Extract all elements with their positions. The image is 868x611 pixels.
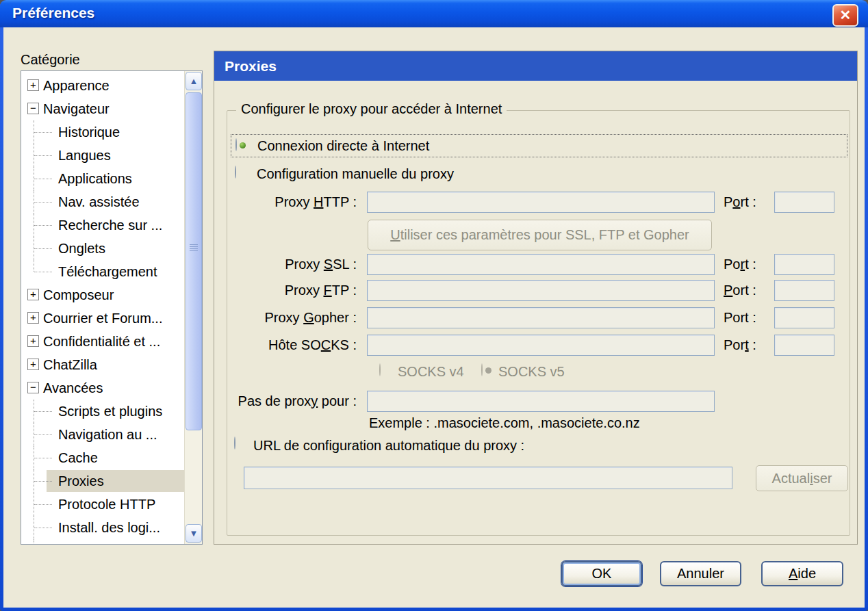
tree-item-label[interactable]: Composeur xyxy=(43,283,114,307)
scroll-up-icon[interactable]: ▲ xyxy=(186,72,202,90)
tree-item-label[interactable]: Protocole HTTP xyxy=(58,493,155,516)
socks-v4-label: SOCKS v4 xyxy=(398,361,464,382)
tree-item-langues[interactable]: Langues xyxy=(22,144,184,167)
no-proxy-input[interactable] xyxy=(367,391,715,412)
tree-item-label[interactable]: ChatZilla xyxy=(43,353,97,376)
tree-item-label[interactable]: Historique xyxy=(58,120,120,144)
tree-item-navigateur[interactable]: −Navigateur xyxy=(22,97,184,120)
preferences-dialog: Préférences ✕ Catégorie ▲ ▼ +Apparence−N… xyxy=(0,0,868,611)
auto-config-url-input[interactable] xyxy=(244,467,732,489)
tree-item-applications[interactable]: Applications xyxy=(22,167,184,190)
expand-icon[interactable]: + xyxy=(27,312,39,324)
cancel-button[interactable]: Annuler xyxy=(660,561,741,586)
radio-direct-label[interactable]: Connexion directe à Internet xyxy=(257,135,429,157)
port-ssl-input[interactable] xyxy=(774,254,834,275)
tree-item-label[interactable]: Applications xyxy=(58,167,132,190)
tree-connector-stub xyxy=(34,179,52,179)
tree-item-souris[interactable]: Souris xyxy=(22,539,184,545)
port-ssl-label: Port : xyxy=(724,254,756,275)
socks-host-input[interactable] xyxy=(367,335,715,356)
expand-icon[interactable]: + xyxy=(27,359,39,370)
tree-item-label[interactable]: Nav. assistée xyxy=(58,190,140,213)
tree-item-composeur[interactable]: +Composeur xyxy=(22,283,184,307)
radio-socks-v4[interactable] xyxy=(379,363,381,376)
tree-item-label[interactable]: Cache xyxy=(58,446,98,469)
tree-item-proxies[interactable]: Proxies xyxy=(22,469,184,493)
window-title: Préférences xyxy=(12,5,94,21)
proxy-ftp-label: Proxy FTP : xyxy=(233,280,357,301)
socks-v5-label: SOCKS v5 xyxy=(498,361,565,382)
tree-item-courrier-et-forum[interactable]: +Courrier et Forum... xyxy=(22,307,184,330)
tree-item-label[interactable]: Souris xyxy=(58,539,97,545)
close-icon[interactable]: ✕ xyxy=(832,4,858,27)
port-socks-label: Port : xyxy=(724,335,756,356)
tree-connector-stub xyxy=(34,458,52,458)
tree-item-label[interactable]: Install. des logi... xyxy=(58,516,160,539)
tree-item-label[interactable]: Langues xyxy=(58,144,111,167)
tree-item-onglets[interactable]: Onglets xyxy=(22,237,184,260)
proxy-ftp-input[interactable] xyxy=(367,280,715,301)
tree-item-label[interactable]: Scripts et plugins xyxy=(58,400,162,423)
radio-manual-row[interactable]: Configuration manuelle du proxy xyxy=(231,163,847,185)
scrollbar-thumb[interactable] xyxy=(186,92,202,430)
scroll-down-icon[interactable]: ▼ xyxy=(186,524,202,543)
tree-item-nav-assist-e[interactable]: Nav. assistée xyxy=(22,190,184,213)
tree-item-chatzilla[interactable]: +ChatZilla xyxy=(22,353,184,376)
tree-item-label[interactable]: Onglets xyxy=(58,237,105,260)
radio-manual-config[interactable] xyxy=(235,166,236,179)
tree-item-install-des-logi[interactable]: Install. des logi... xyxy=(22,516,184,539)
radio-direct-connection[interactable] xyxy=(235,138,237,151)
port-http-input[interactable] xyxy=(774,192,834,213)
expand-icon[interactable]: + xyxy=(27,79,39,91)
tree-item-t-l-chargement[interactable]: Téléchargement xyxy=(22,260,184,283)
port-socks-input[interactable] xyxy=(774,335,834,356)
proxy-gopher-input[interactable] xyxy=(367,307,715,328)
tree-item-label[interactable]: Proxies xyxy=(58,469,104,493)
expand-icon[interactable]: + xyxy=(27,289,39,300)
help-button[interactable]: Aide xyxy=(761,561,843,586)
tree-item-cache[interactable]: Cache xyxy=(22,446,184,469)
tree-item-label[interactable]: Avancées xyxy=(43,376,103,400)
tree-connector-stub xyxy=(34,225,52,226)
radio-manual-label[interactable]: Configuration manuelle du proxy xyxy=(257,163,454,185)
tree-item-label[interactable]: Courrier et Forum... xyxy=(43,307,162,330)
tree-item-label[interactable]: Confidentialité et ... xyxy=(43,330,160,353)
no-proxy-label: Pas de proxy pour : xyxy=(233,391,357,412)
titlebar[interactable]: Préférences ✕ xyxy=(0,0,868,27)
tree-item-avanc-es[interactable]: −Avancées xyxy=(22,376,184,400)
tree-item-confidentialit-et[interactable]: +Confidentialité et ... xyxy=(22,330,184,353)
radio-socks-v5[interactable] xyxy=(481,363,483,376)
tree-item-protocole-http[interactable]: Protocole HTTP xyxy=(22,493,184,516)
tree-scrollbar[interactable]: ▲ ▼ xyxy=(184,71,202,544)
reload-button[interactable]: Actualiser xyxy=(756,465,848,491)
tree-item-recherche-sur[interactable]: Recherche sur ... xyxy=(22,213,184,237)
radio-direct-row[interactable]: Connexion directe à Internet xyxy=(231,134,847,157)
tree-item-scripts-et-plugins[interactable]: Scripts et plugins xyxy=(22,400,184,423)
tree-item-label[interactable]: Navigateur xyxy=(43,97,110,120)
no-proxy-example: Exemple : .masociete.com, .masociete.co.… xyxy=(369,415,640,431)
socks-host-label: Hôte SOCKS : xyxy=(233,335,357,356)
tree-item-label[interactable]: Apparence xyxy=(43,74,110,97)
collapse-icon[interactable]: − xyxy=(27,382,39,393)
tree-item-label[interactable]: Téléchargement xyxy=(58,260,157,283)
panel-title: Proxies xyxy=(214,51,857,81)
collapse-icon[interactable]: − xyxy=(27,103,39,114)
tree-item-navigation-au[interactable]: Navigation au ... xyxy=(22,423,184,446)
use-same-settings-button[interactable]: Utiliser ces paramètres pour SSL, FTP et… xyxy=(368,220,712,250)
tree-item-label[interactable]: Navigation au ... xyxy=(58,423,157,446)
expand-icon[interactable]: + xyxy=(27,335,39,347)
tree-connector-stub xyxy=(34,528,52,528)
port-ftp-input[interactable] xyxy=(774,280,834,301)
tree-item-label[interactable]: Recherche sur ... xyxy=(58,213,162,237)
tree-item-historique[interactable]: Historique xyxy=(22,120,184,144)
tree-item-apparence[interactable]: +Apparence xyxy=(22,74,184,97)
proxy-ssl-input[interactable] xyxy=(367,254,715,275)
port-gopher-input[interactable] xyxy=(774,307,834,328)
proxy-ssl-label: Proxy SSL : xyxy=(233,254,357,275)
ok-button[interactable]: OK xyxy=(561,561,642,586)
radio-auto-config[interactable] xyxy=(234,437,235,450)
category-label: Catégorie xyxy=(21,52,80,68)
radio-auto-label[interactable]: URL de configuration automatique du prox… xyxy=(253,434,524,456)
proxy-http-input[interactable] xyxy=(367,192,715,213)
category-tree[interactable]: ▲ ▼ +Apparence−NavigateurHistoriqueLangu… xyxy=(21,70,203,545)
